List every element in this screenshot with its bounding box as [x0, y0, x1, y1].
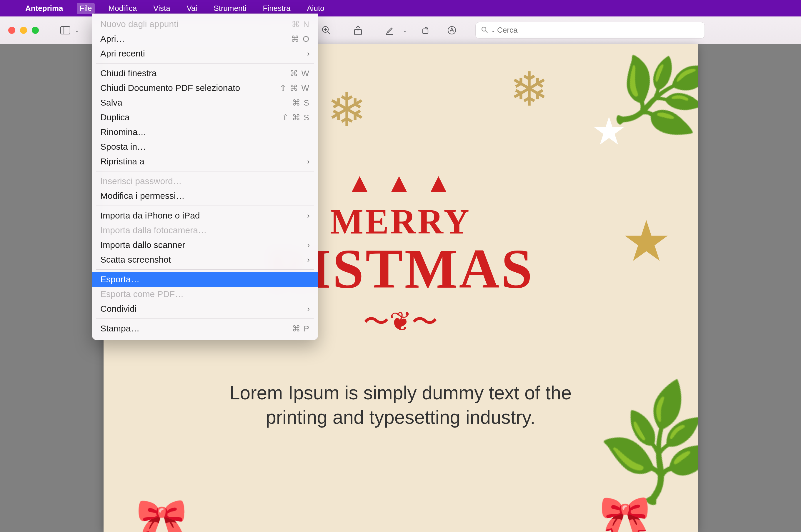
- highlight-icon[interactable]: [381, 22, 398, 39]
- menubar-item-vista[interactable]: Vista: [150, 3, 173, 14]
- window-minimize-button[interactable]: [20, 27, 27, 34]
- menu-shortcut: ⌘ O: [291, 34, 310, 44]
- menu-separator: [96, 319, 314, 319]
- menu-item: Esporta come PDF…: [92, 287, 318, 301]
- menu-item[interactable]: Chiudi finestra⌘ W: [92, 66, 318, 80]
- window-close-button[interactable]: [8, 27, 15, 34]
- menu-item[interactable]: Esporta…: [92, 272, 318, 287]
- menu-item-label: Salva: [100, 98, 123, 108]
- menu-separator: [96, 206, 314, 206]
- chevron-right-icon: ›: [307, 157, 310, 166]
- menubar-item-modifica[interactable]: Modifica: [105, 3, 140, 14]
- chevron-down-icon[interactable]: ⌄: [403, 27, 407, 34]
- menu-item[interactable]: Stampa…⌘ P: [92, 321, 318, 336]
- chevron-right-icon: ›: [307, 255, 310, 264]
- menu-shortcut: ⌘ P: [292, 324, 310, 334]
- chevron-right-icon: ›: [307, 211, 310, 220]
- menu-item-label: Importa dalla fotocamera…: [100, 225, 207, 235]
- menu-item-label: Importa dallo scanner: [100, 240, 185, 250]
- chevron-right-icon: ›: [307, 49, 310, 58]
- menu-item[interactable]: Ripristina a›: [92, 154, 318, 169]
- menubar-item-strumenti[interactable]: Strumenti: [211, 3, 249, 14]
- window-controls: [8, 27, 39, 34]
- menu-item: Inserisci password…: [92, 174, 318, 189]
- menu-item-label: Nuovo dagli appunti: [100, 19, 178, 29]
- menu-shortcut: ⌘ N: [292, 19, 310, 29]
- menubar-item-aiuto[interactable]: Aiuto: [304, 3, 328, 14]
- snowflake-icon: ❄: [327, 82, 367, 137]
- menu-item[interactable]: Importa dallo scanner›: [92, 238, 318, 252]
- ribbon-icon: 🎀: [599, 493, 651, 532]
- menu-item-label: Apri recenti: [100, 49, 145, 58]
- menu-item-label: Scatta screenshot: [100, 255, 171, 265]
- document-body-text: Lorem Ipsum is simply dummy text of the …: [224, 381, 577, 430]
- window-zoom-button[interactable]: [32, 27, 39, 34]
- menubar-item-finestra[interactable]: Finestra: [260, 3, 294, 14]
- menu-shortcut: ⌘ S: [292, 98, 310, 108]
- chevron-down-icon[interactable]: ⌄: [75, 27, 79, 34]
- menu-item[interactable]: Scatta screenshot›: [92, 252, 318, 267]
- menu-item[interactable]: Rinomina…: [92, 125, 318, 139]
- search-field[interactable]: ⌄: [476, 22, 705, 39]
- svg-line-9: [328, 32, 330, 34]
- menu-item-label: Rinomina…: [100, 127, 147, 137]
- zoom-in-icon[interactable]: [318, 22, 334, 39]
- menu-item[interactable]: Modifica i permessi…: [92, 189, 318, 203]
- menu-shortcut: ⇧ ⌘ S: [282, 113, 310, 122]
- menu-item-label: Esporta come PDF…: [100, 289, 184, 299]
- menu-separator: [96, 171, 314, 171]
- sidebar-toggle-icon[interactable]: [57, 22, 74, 39]
- snowflake-icon: ❄: [509, 62, 549, 117]
- menu-item[interactable]: Salva⌘ S: [92, 95, 318, 110]
- menu-separator: [96, 269, 314, 270]
- menu-item[interactable]: Importa da iPhone o iPad›: [92, 208, 318, 223]
- svg-rect-13: [423, 29, 428, 34]
- ribbon-icon: 🎀: [136, 496, 187, 532]
- menu-item-label: Inserisci password…: [100, 176, 182, 186]
- menu-item-label: Chiudi Documento PDF selezionato: [100, 83, 240, 93]
- menu-item: Importa dalla fotocamera…: [92, 223, 318, 238]
- menu-item[interactable]: Duplica⇧ ⌘ S: [92, 110, 318, 125]
- menu-item[interactable]: Apri recenti›: [92, 46, 318, 61]
- menu-item-label: Duplica: [100, 112, 130, 122]
- menu-item-label: Apri…: [100, 34, 125, 44]
- menu-item-label: Condividi: [100, 304, 136, 314]
- menubar-item-file[interactable]: File: [77, 3, 95, 14]
- toolbar-group-markup: ⌄: [381, 22, 460, 39]
- menu-shortcut: ⇧ ⌘ W: [279, 83, 310, 93]
- menu-item-label: Sposta in…: [100, 142, 146, 152]
- menu-shortcut: ⌘ W: [290, 69, 310, 78]
- menu-item-label: Chiudi finestra: [100, 68, 157, 78]
- file-menu-dropdown: Nuovo dagli appunti⌘ NApri…⌘ OApri recen…: [92, 14, 318, 340]
- menu-item[interactable]: Condividi›: [92, 301, 318, 316]
- svg-line-16: [486, 31, 487, 33]
- menu-item-label: Esporta…: [100, 274, 139, 284]
- menubar-item-vai[interactable]: Vai: [184, 3, 200, 14]
- star-icon: ★: [621, 209, 671, 274]
- chevron-right-icon: ›: [307, 241, 310, 250]
- menu-item-label: Modifica i permessi…: [100, 191, 185, 201]
- svg-point-15: [482, 27, 486, 31]
- search-icon: [481, 26, 488, 34]
- menu-item-label: Importa da iPhone o iPad: [100, 211, 200, 221]
- menu-item[interactable]: Apri…⌘ O: [92, 32, 318, 46]
- svg-rect-0: [61, 26, 70, 34]
- menu-item-label: Ripristina a: [100, 156, 145, 167]
- menu-item: Nuovo dagli appunti⌘ N: [92, 17, 318, 32]
- search-input[interactable]: [497, 25, 699, 35]
- chevron-down-icon[interactable]: ⌄: [491, 27, 496, 34]
- menubar-app-name[interactable]: Anteprima: [22, 3, 66, 14]
- share-icon[interactable]: [350, 22, 366, 39]
- menu-item-label: Stampa…: [100, 323, 139, 334]
- menu-item[interactable]: Chiudi Documento PDF selezionato⇧ ⌘ W: [92, 80, 318, 95]
- menu-separator: [96, 63, 314, 63]
- chevron-right-icon: ›: [307, 304, 310, 314]
- markup-icon[interactable]: [444, 22, 460, 39]
- rotate-icon[interactable]: [417, 22, 434, 39]
- menu-item[interactable]: Sposta in…: [92, 139, 318, 154]
